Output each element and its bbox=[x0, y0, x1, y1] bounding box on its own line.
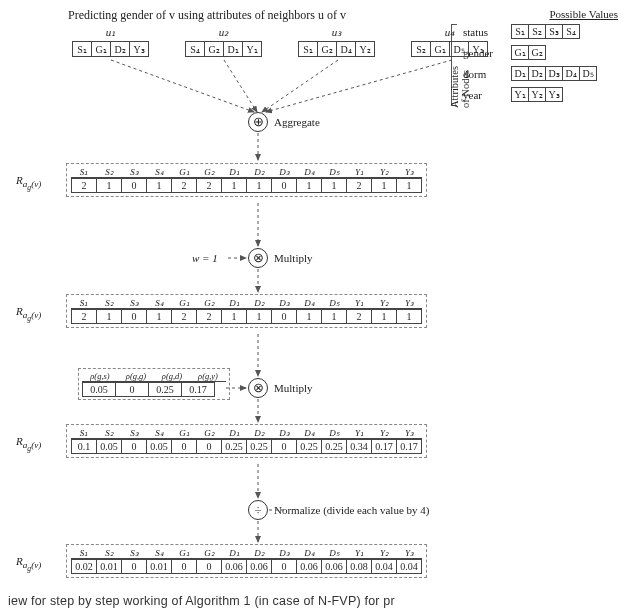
vector-row-3-label: Rag(v) bbox=[16, 435, 41, 453]
figure-caption: iew for step by step working of Algorith… bbox=[8, 594, 632, 608]
neighbor-u2: u₂ S₄ G₂ D₁ Y₁ bbox=[185, 26, 262, 57]
vector-row-2-label: Rag(v) bbox=[16, 305, 41, 323]
multiply1-op: ⊗ bbox=[248, 248, 268, 268]
attributes-of-nodes-label: Attributes of Nodes bbox=[449, 66, 471, 108]
neighbor-u4: u₄ S₂ G₁ D₅ Y₁ bbox=[411, 26, 488, 57]
vector-row-4: S₁0.02S₂0.01S₃0S₄0.01G₁0G₂0D₁0.06D₂0.06D… bbox=[66, 544, 427, 578]
svg-line-0 bbox=[111, 60, 254, 112]
vector-row-4-label: Rag(v) bbox=[16, 555, 41, 573]
multiply1-label: Multiply bbox=[274, 252, 313, 264]
rho-box: ρ(g,s) ρ(g,g) ρ(g,d) ρ(g,y) 0.05 0 0.25 … bbox=[78, 368, 230, 400]
multiply1-lhs: w = 1 bbox=[192, 252, 218, 264]
vector-row-1-label: Rag(v) bbox=[16, 174, 41, 192]
aggregate-label: Aggregate bbox=[274, 116, 320, 128]
vector-row-3: S₁0.1S₂0.05S₃0S₄0.05G₁0G₂0D₁0.25D₂0.25D₃… bbox=[66, 424, 427, 458]
multiply2-op: ⊗ bbox=[248, 378, 268, 398]
attr-row-year: year Y₁ Y₂ Y₃ bbox=[463, 87, 628, 102]
vector-row-1: S₁2S₂1S₃0S₄1G₁2G₂2D₁1D₂1D₃0D₄1D₅1Y₁2Y₂1Y… bbox=[66, 163, 427, 197]
neighbor-nodes: u₁ S₁ G₁ D₂ Y₃ u₂ S₄ G₂ D₁ Y₁ u₃ S₁ G₂ D… bbox=[72, 26, 488, 57]
aggregate-op: ⊕ bbox=[248, 112, 268, 132]
possible-values-box: Possible Values Attributes of Nodes stat… bbox=[453, 8, 628, 108]
normalize-op: ÷ bbox=[248, 500, 268, 520]
normalize-label: Normalize (divide each value by 4) bbox=[274, 504, 429, 516]
diagram-canvas: Predicting gender of v using attributes … bbox=[8, 8, 632, 608]
vector-row-2: S₁2S₂1S₃0S₄1G₁2G₂2D₁1D₂1D₃0D₄1D₅1Y₁2Y₂1Y… bbox=[66, 294, 427, 328]
neighbor-u3: u₃ S₁ G₂ D₄ Y₂ bbox=[298, 26, 375, 57]
neighbor-u1: u₁ S₁ G₁ D₂ Y₃ bbox=[72, 26, 149, 57]
possible-values-header: Possible Values bbox=[549, 8, 618, 20]
svg-line-2 bbox=[262, 60, 338, 112]
svg-line-1 bbox=[224, 60, 257, 112]
multiply2-label: Multiply bbox=[274, 382, 313, 394]
svg-line-3 bbox=[266, 60, 452, 112]
diagram-title: Predicting gender of v using attributes … bbox=[68, 8, 346, 23]
attr-row-dorm: dorm D₁ D₂ D₃ D₄ D₅ bbox=[463, 66, 628, 81]
